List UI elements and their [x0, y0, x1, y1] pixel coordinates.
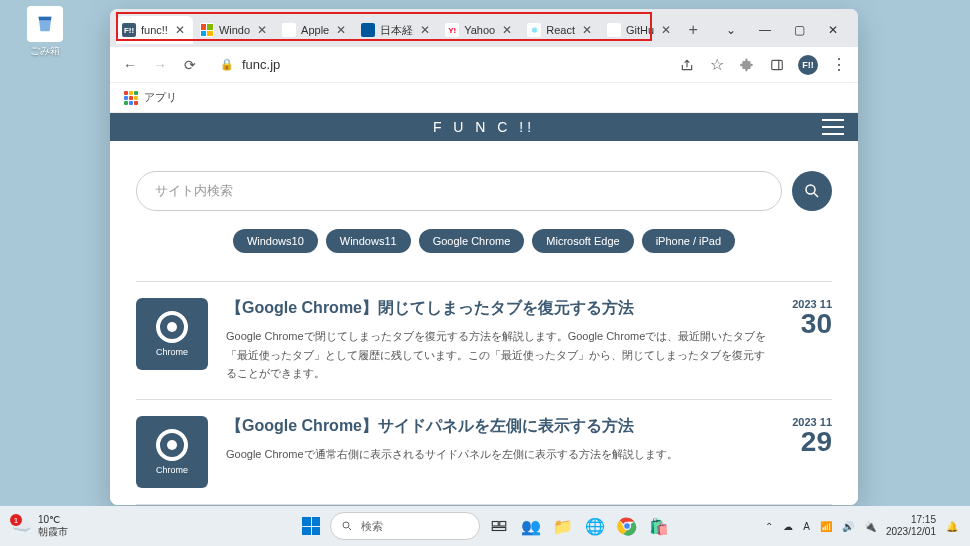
lock-icon: 🔒	[220, 58, 234, 71]
tab-favicon: Y!	[445, 23, 459, 37]
article-item[interactable]: Chrome【Google Chrome】閉じてしまったタブを復元する方法Goo…	[136, 282, 832, 400]
site-header: F U N C !!	[110, 113, 858, 141]
page-content: F U N C !! サイト内検索 Windows10Windows11Goog…	[110, 113, 858, 505]
taskbar-app-explorer[interactable]: 📁	[550, 513, 576, 539]
tray-battery-icon[interactable]: 🔌	[864, 521, 876, 532]
apps-grid-icon[interactable]	[124, 91, 138, 105]
tab-close-button[interactable]: ✕	[418, 23, 432, 37]
tab-favicon	[200, 23, 214, 37]
browser-tab[interactable]: Apple✕	[276, 16, 354, 44]
start-button[interactable]	[298, 513, 324, 539]
close-window-button[interactable]: ✕	[824, 23, 842, 37]
weather-alert-badge: 1	[10, 514, 22, 526]
task-view-icon[interactable]	[486, 513, 512, 539]
weather-widget[interactable]: ☁️ 1 10℃ 朝霞市	[12, 514, 68, 539]
tab-close-button[interactable]: ✕	[659, 23, 673, 37]
svg-rect-9	[492, 522, 498, 527]
tray-onedrive-icon[interactable]: ☁	[783, 521, 793, 532]
notifications-icon[interactable]: 🔔	[946, 521, 958, 532]
article-date: 2023 1130	[792, 298, 832, 383]
category-tag[interactable]: Google Chrome	[419, 229, 525, 253]
browser-window: F!!func!!✕Windo✕Apple✕日本経✕Y!Yahoo✕⚛React…	[110, 9, 858, 505]
category-tag[interactable]: Microsoft Edge	[532, 229, 633, 253]
tab-title: Apple	[301, 24, 329, 36]
tab-close-button[interactable]: ✕	[255, 23, 269, 37]
weather-city: 朝霞市	[38, 525, 68, 539]
taskbar-app-chrome[interactable]	[614, 513, 640, 539]
apps-label[interactable]: アプリ	[144, 90, 177, 105]
profile-badge[interactable]: F!!	[798, 55, 818, 75]
menu-icon[interactable]: ⋮	[830, 56, 848, 74]
back-button[interactable]: ←	[120, 55, 140, 75]
article-title: 【Google Chrome】サイドパネルを左側に表示する方法	[226, 416, 774, 437]
site-brand: F U N C !!	[433, 119, 535, 135]
address-bar: ← → ⟳ 🔒 func.jp ☆ F!! ⋮	[110, 47, 858, 83]
taskbar-app-store[interactable]: 🛍️	[646, 513, 672, 539]
svg-point-15	[624, 523, 631, 530]
tab-favicon: F!!	[122, 23, 136, 37]
tab-close-button[interactable]: ✕	[334, 23, 348, 37]
tab-favicon: ⚛	[527, 23, 541, 37]
extensions-icon[interactable]	[738, 56, 756, 74]
article-thumbnail: Chrome	[136, 416, 208, 488]
share-icon[interactable]	[678, 56, 696, 74]
tray-wifi-icon[interactable]: 📶	[820, 521, 832, 532]
site-search-input[interactable]: サイト内検索	[136, 171, 782, 211]
article-date: 2023 1129	[792, 416, 832, 488]
minimize-button[interactable]: ―	[756, 23, 774, 37]
tab-favicon	[282, 23, 296, 37]
svg-line-6	[814, 193, 818, 197]
browser-tab[interactable]: GitHu✕	[601, 16, 679, 44]
tray-volume-icon[interactable]: 🔊	[842, 521, 854, 532]
tray-chevron-icon[interactable]: ⌃	[765, 521, 773, 532]
tab-favicon	[607, 23, 621, 37]
recycle-bin[interactable]: ごみ箱	[20, 6, 70, 58]
favorite-icon[interactable]: ☆	[708, 56, 726, 74]
tab-title: 日本経	[380, 23, 413, 38]
reload-button[interactable]: ⟳	[180, 55, 200, 75]
browser-tab[interactable]: ⚛React✕	[521, 16, 600, 44]
tab-title: React	[546, 24, 575, 36]
category-tag[interactable]: Windows10	[233, 229, 318, 253]
url-input[interactable]: 🔒 func.jp	[210, 57, 668, 72]
category-tag[interactable]: iPhone / iPad	[642, 229, 735, 253]
tab-close-button[interactable]: ✕	[500, 23, 514, 37]
svg-point-5	[806, 185, 815, 194]
weather-temp: 10℃	[38, 514, 68, 525]
window-dropdown-icon[interactable]: ⌄	[722, 23, 740, 37]
new-tab-button[interactable]: +	[680, 21, 706, 39]
maximize-button[interactable]: ▢	[790, 23, 808, 37]
article-item[interactable]: Chrome【Google Chrome】サイドパネルを左側に表示する方法Goo…	[136, 400, 832, 505]
article-thumbnail: Chrome	[136, 298, 208, 370]
thumbnail-caption: Chrome	[156, 465, 188, 475]
taskbar-clock[interactable]: 17:15 2023/12/01	[886, 514, 936, 538]
tab-title: Yahoo	[464, 24, 495, 36]
recycle-bin-icon	[27, 6, 63, 42]
taskbar-search[interactable]: 検索	[330, 512, 480, 540]
hamburger-menu[interactable]	[822, 119, 844, 135]
browser-tab[interactable]: F!!func!!✕	[116, 16, 193, 44]
tab-close-button[interactable]: ✕	[580, 23, 594, 37]
recycle-bin-label: ごみ箱	[20, 44, 70, 58]
browser-tab[interactable]: Y!Yahoo✕	[439, 16, 520, 44]
taskbar: ☁️ 1 10℃ 朝霞市 検索 👥 📁 🌐 🛍️ ⌃ ☁ A 📶 🔊 🔌	[0, 506, 970, 546]
tab-title: func!!	[141, 24, 168, 36]
svg-rect-0	[772, 60, 783, 69]
browser-tab[interactable]: 日本経✕	[355, 16, 438, 44]
browser-tab[interactable]: Windo✕	[194, 16, 275, 44]
category-tag[interactable]: Windows11	[326, 229, 411, 253]
tags-row: Windows10Windows11Google ChromeMicrosoft…	[136, 229, 832, 253]
chrome-icon	[156, 311, 188, 343]
tab-favicon	[361, 23, 375, 37]
chrome-icon	[156, 429, 188, 461]
tab-close-button[interactable]: ✕	[173, 23, 187, 37]
forward-button[interactable]: →	[150, 55, 170, 75]
sidepanel-icon[interactable]	[768, 56, 786, 74]
tab-title: GitHu	[626, 24, 654, 36]
tray-ime-icon[interactable]: A	[803, 521, 810, 532]
window-controls: ⌄ ― ▢ ✕	[722, 23, 852, 37]
site-search-button[interactable]	[792, 171, 832, 211]
taskbar-app-teams[interactable]: 👥	[518, 513, 544, 539]
taskbar-app-edge[interactable]: 🌐	[582, 513, 608, 539]
thumbnail-caption: Chrome	[156, 347, 188, 357]
